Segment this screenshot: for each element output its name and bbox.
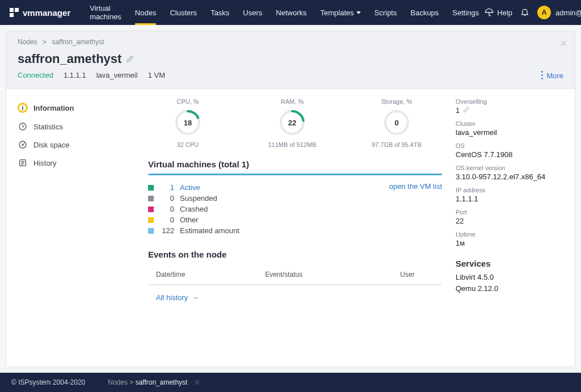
gauge-label: RAM, % bbox=[281, 98, 304, 105]
panel-body: iInformationStatisticsDisk spaceHistory … bbox=[6, 89, 575, 366]
umbrella-icon bbox=[485, 8, 494, 17]
clock-icon bbox=[18, 122, 28, 131]
port-value: 22 bbox=[456, 217, 569, 225]
notifications-button[interactable] bbox=[520, 7, 529, 18]
vm-section-divider bbox=[148, 174, 442, 175]
color-swatch bbox=[148, 196, 154, 201]
port-label: Port bbox=[456, 209, 569, 216]
avatar: A bbox=[537, 6, 551, 19]
help-link[interactable]: Help bbox=[485, 8, 512, 17]
more-dots-icon: ••• bbox=[541, 70, 544, 81]
sidebar-item-statistics[interactable]: Statistics bbox=[12, 117, 131, 136]
top-navbar: vmmanager Virtual machinesNodesClustersT… bbox=[0, 0, 581, 25]
main-nav: Virtual machinesNodesClustersTasksUsersN… bbox=[84, 0, 485, 25]
nav-settings[interactable]: Settings bbox=[447, 0, 485, 25]
logo-prefix: vm bbox=[23, 8, 35, 18]
side-menu: iInformationStatisticsDisk spaceHistory bbox=[6, 89, 137, 366]
nav-backups[interactable]: Backups bbox=[405, 0, 444, 25]
gauge-sub: 111MB of 512MB bbox=[268, 141, 317, 148]
gauge-storage: Storage, %097.7GB of 95.4TB bbox=[357, 98, 436, 148]
svg-rect-0 bbox=[10, 8, 14, 12]
info-icon: i bbox=[18, 103, 28, 113]
brand-logo[interactable]: vmmanager bbox=[9, 7, 70, 18]
page-area: × Nodes > saffron_amethyst saffron_ameth… bbox=[0, 25, 581, 373]
gauge-circle: 18 bbox=[174, 108, 202, 137]
col-user: User bbox=[400, 271, 442, 279]
sidebar-item-label: Information bbox=[33, 104, 74, 112]
sidebar-item-label: Disk space bbox=[33, 141, 70, 149]
vm-status-count: 0 bbox=[159, 205, 174, 213]
sidebar-item-label: History bbox=[33, 159, 56, 167]
service-item: Libvirt 4.5.0 bbox=[456, 272, 569, 283]
vm-status-label: Other bbox=[180, 216, 199, 224]
sidebar-item-disk-space[interactable]: Disk space bbox=[12, 136, 131, 154]
kernel-value: 3.10.0-957.12.2.el7.x86_64 bbox=[456, 172, 569, 181]
vm-status-row: 122Estimated amount bbox=[148, 225, 442, 236]
gauge-cpu: CPU, %1832 CPU bbox=[148, 98, 228, 148]
bell-icon bbox=[520, 7, 529, 16]
col-datetime: Date/time bbox=[156, 271, 208, 279]
vm-section-title: Virtual machines (total 1) bbox=[148, 159, 442, 169]
vm-status-label: Crashed bbox=[180, 205, 208, 213]
nav-scripts[interactable]: Scripts bbox=[369, 0, 403, 25]
color-swatch bbox=[148, 185, 154, 191]
breadcrumb-sep: > bbox=[43, 38, 47, 46]
sidebar-item-information[interactable]: iInformation bbox=[12, 98, 131, 117]
nav-virtual-machines[interactable]: Virtual machines bbox=[84, 0, 127, 25]
vm-status-row: 0Crashed bbox=[148, 204, 442, 214]
gauge-circle: 22 bbox=[278, 108, 306, 137]
footer-crumb-root[interactable]: Nodes bbox=[108, 378, 128, 386]
page-title: saffron_amethyst bbox=[18, 52, 563, 66]
sidebar-item-history[interactable]: History bbox=[12, 154, 131, 172]
header-cluster: lava_vermeil bbox=[96, 71, 138, 79]
gauge-value: 22 bbox=[278, 108, 306, 137]
service-item: Qemu 2.12.0 bbox=[456, 283, 569, 294]
gauge-circle: 0 bbox=[382, 108, 411, 137]
overselling-value: 1 bbox=[456, 106, 569, 115]
footer-bar: © ISPsystem 2004-2020 Nodes > saffron_am… bbox=[0, 373, 581, 392]
close-icon[interactable]: × bbox=[560, 37, 567, 50]
edit-icon[interactable] bbox=[463, 106, 470, 115]
copyright: © ISPsystem 2004-2020 bbox=[11, 378, 85, 386]
header-subline: Connected 1.1.1.1 lava_vermeil 1 VM bbox=[18, 71, 563, 79]
gauge-sub: 32 CPU bbox=[177, 141, 199, 148]
user-menu[interactable]: A admin@exa... bbox=[537, 6, 581, 19]
edit-icon[interactable] bbox=[126, 52, 134, 66]
gauge-sub: 97.7GB of 95.4TB bbox=[372, 141, 422, 148]
vm-status-count: 1 bbox=[159, 183, 174, 192]
nav-users[interactable]: Users bbox=[237, 0, 268, 25]
disk-icon bbox=[18, 140, 28, 149]
star-icon[interactable]: ☆ bbox=[194, 378, 200, 386]
help-label: Help bbox=[497, 9, 512, 17]
content-area: CPU, %1832 CPURAM, %22111MB of 512MBStor… bbox=[137, 89, 575, 366]
footer-crumb-current: saffron_amethyst bbox=[136, 378, 188, 386]
nav-nodes[interactable]: Nodes bbox=[129, 0, 162, 25]
nav-tasks[interactable]: Tasks bbox=[205, 0, 235, 25]
breadcrumb-current: saffron_amethyst bbox=[52, 38, 104, 46]
col-eventstatus: Event/status bbox=[265, 271, 343, 279]
vm-status-count: 0 bbox=[159, 216, 174, 224]
gauge-value: 18 bbox=[174, 108, 202, 137]
nav-clusters[interactable]: Clusters bbox=[164, 0, 203, 25]
breadcrumb-root[interactable]: Nodes bbox=[18, 38, 37, 46]
history-icon bbox=[18, 158, 28, 167]
ip-label: IP address bbox=[456, 187, 569, 193]
all-history-link[interactable]: All history → bbox=[148, 285, 442, 302]
vm-status-label: Estimated amount bbox=[180, 226, 239, 235]
vm-status-count: 122 bbox=[159, 226, 174, 235]
more-menu[interactable]: ••• More bbox=[541, 70, 563, 81]
username-label: admin@exa... bbox=[555, 9, 581, 17]
open-vm-list-link[interactable]: open the VM list bbox=[389, 182, 442, 191]
more-label: More bbox=[546, 71, 563, 80]
nav-networks[interactable]: Networks bbox=[270, 0, 312, 25]
os-value: CentOS 7.7.1908 bbox=[456, 150, 569, 159]
vm-status-count: 0 bbox=[159, 194, 174, 203]
title-text: saffron_amethyst bbox=[18, 52, 121, 66]
services-list: Libvirt 4.5.0Qemu 2.12.0 bbox=[456, 272, 569, 294]
aside-panel: Overselling 1 Cluster lava_vermeil OS Ce… bbox=[456, 98, 569, 357]
nav-templates[interactable]: Templates bbox=[315, 0, 367, 25]
uptime-label: Uptime bbox=[456, 231, 569, 238]
gauges-row: CPU, %1832 CPURAM, %22111MB of 512MBStor… bbox=[148, 98, 442, 148]
logo-suffix: manager bbox=[35, 8, 71, 18]
uptime-value: 1м bbox=[456, 239, 569, 247]
